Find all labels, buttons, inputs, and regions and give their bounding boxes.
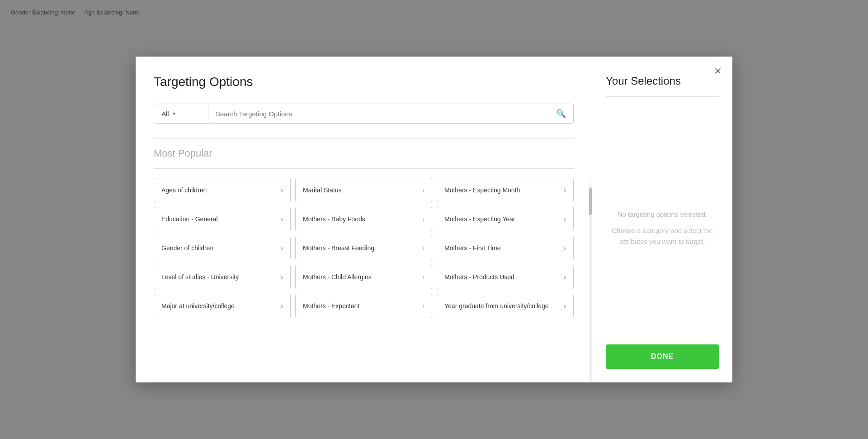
- chevron-right-icon: ›: [422, 186, 425, 194]
- option-label-mothers-expecting-month: Mothers - Expecting Month: [444, 186, 564, 194]
- option-label-ages-of-children: Ages of children: [161, 186, 281, 194]
- option-btn-major-at-university[interactable]: Major at university/college ›: [154, 294, 291, 318]
- search-input[interactable]: [216, 110, 552, 118]
- chevron-right-icon: ›: [564, 302, 566, 310]
- scroll-track: [589, 183, 592, 382]
- selections-title: Your Selections: [606, 75, 719, 87]
- chevron-right-icon: ›: [281, 273, 283, 281]
- chevron-right-icon: ›: [422, 302, 425, 310]
- close-button[interactable]: ×: [714, 65, 722, 77]
- chevron-right-icon: ›: [281, 302, 283, 310]
- option-label-mothers-first-time: Mothers - First Time: [444, 244, 564, 252]
- option-label-level-of-studies-university: Level of studies - University: [161, 273, 281, 281]
- option-label-major-at-university: Major at university/college: [161, 302, 281, 310]
- option-label-mothers-child-allergies: Mothers - Child Allergies: [303, 273, 422, 281]
- option-btn-mothers-child-allergies[interactable]: Mothers - Child Allergies ›: [295, 265, 432, 289]
- section-divider: [154, 168, 574, 169]
- option-label-mothers-expecting-year: Mothers - Expecting Year: [444, 215, 564, 223]
- targeting-options-modal: × Targeting Options All ▾ 🔍 Most Popular…: [136, 57, 732, 382]
- option-label-mothers-baby-foods: Mothers - Baby Foods: [303, 215, 422, 223]
- chevron-right-icon: ›: [422, 244, 425, 252]
- section-label: Most Popular: [154, 148, 574, 159]
- no-selections-area: No targeting options selected. Choose a …: [606, 111, 719, 344]
- chevron-right-icon: ›: [281, 186, 283, 194]
- chevron-right-icon: ›: [422, 215, 425, 223]
- chevron-right-icon: ›: [564, 244, 566, 252]
- dropdown-value: All: [161, 110, 169, 118]
- chevron-down-icon: ▾: [173, 110, 175, 117]
- option-label-year-graduate: Year graduate from university/college: [444, 302, 564, 310]
- option-label-gender-of-children: Gender of children: [161, 244, 281, 252]
- option-btn-marital-status[interactable]: Marital Status ›: [295, 178, 432, 202]
- category-dropdown[interactable]: All ▾: [154, 104, 208, 124]
- option-btn-mothers-products-used[interactable]: Mothers - Products Used ›: [437, 265, 574, 289]
- search-row: All ▾ 🔍: [154, 104, 574, 124]
- chevron-right-icon: ›: [564, 273, 566, 281]
- option-btn-ages-of-children[interactable]: Ages of children ›: [154, 178, 291, 202]
- option-btn-mothers-expectant[interactable]: Mothers - Expectant ›: [295, 294, 432, 318]
- option-btn-mothers-expecting-month[interactable]: Mothers - Expecting Month ›: [437, 178, 574, 202]
- option-btn-education-general[interactable]: Education - General ›: [154, 207, 291, 231]
- option-btn-mothers-baby-foods[interactable]: Mothers - Baby Foods ›: [295, 207, 432, 231]
- no-selections-line2: Choose a category and select the attribu…: [606, 225, 719, 247]
- option-btn-mothers-breast-feeding[interactable]: Mothers - Breast Feeding ›: [295, 236, 432, 260]
- scroll-thumb[interactable]: [589, 188, 592, 215]
- modal-right-panel: Your Selections No targeting options sel…: [592, 57, 732, 382]
- modal-title: Targeting Options: [154, 75, 574, 89]
- search-input-wrap: 🔍: [208, 104, 574, 124]
- modal-left-panel: Targeting Options All ▾ 🔍 Most Popular A…: [136, 57, 592, 382]
- option-btn-mothers-expecting-year[interactable]: Mothers - Expecting Year ›: [437, 207, 574, 231]
- chevron-right-icon: ›: [564, 186, 566, 194]
- no-selections-line1: No targeting options selected.: [618, 209, 707, 220]
- done-button[interactable]: DONE: [606, 344, 719, 369]
- option-label-mothers-products-used: Mothers - Products Used: [444, 273, 564, 281]
- selections-divider: [606, 96, 719, 97]
- top-divider: [154, 138, 574, 138]
- search-icon: 🔍: [556, 109, 566, 119]
- chevron-right-icon: ›: [281, 244, 283, 252]
- option-label-marital-status: Marital Status: [303, 186, 422, 194]
- chevron-right-icon: ›: [564, 215, 566, 223]
- option-label-mothers-expectant: Mothers - Expectant: [303, 302, 422, 310]
- option-label-mothers-breast-feeding: Mothers - Breast Feeding: [303, 244, 422, 252]
- chevron-right-icon: ›: [422, 273, 425, 281]
- options-grid: Ages of children › Marital Status › Moth…: [154, 178, 574, 327]
- option-btn-level-of-studies-university[interactable]: Level of studies - University ›: [154, 265, 291, 289]
- option-btn-mothers-first-time[interactable]: Mothers - First Time ›: [437, 236, 574, 260]
- option-label-education-general: Education - General: [161, 215, 281, 223]
- option-btn-gender-of-children[interactable]: Gender of children ›: [154, 236, 291, 260]
- option-btn-year-graduate[interactable]: Year graduate from university/college ›: [437, 294, 574, 318]
- chevron-right-icon: ›: [281, 215, 283, 223]
